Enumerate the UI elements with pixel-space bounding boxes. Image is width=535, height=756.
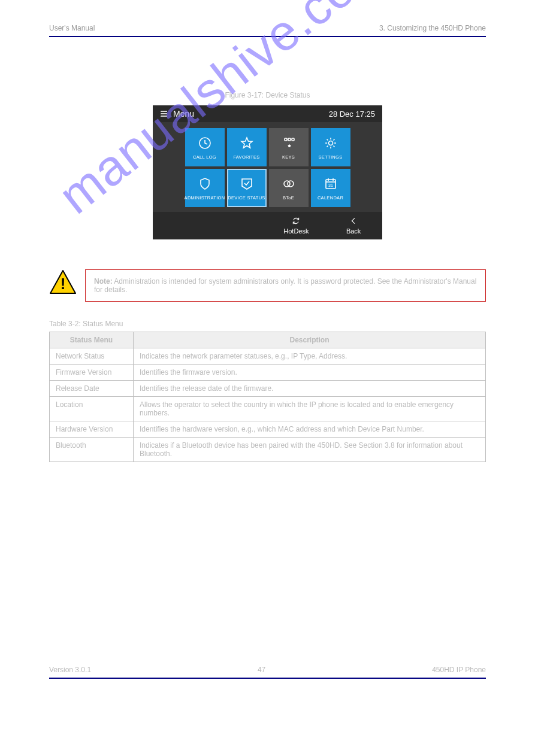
link-icon [282,176,296,192]
header-left: User's Manual [49,24,95,32]
svg-text:!: ! [61,275,66,293]
row-name: Release Date [50,381,134,397]
table-row: Network Status Indicates the network par… [50,348,486,365]
softkey-label: Back [346,227,361,235]
row-desc: Indicates if a Bluetooth device has been… [134,438,486,462]
row-name: Location [50,397,134,421]
chevron-left-icon [325,215,382,226]
row-name: Network Status [50,348,134,365]
warning-icon: ! [49,269,77,294]
tile-label: BToE [283,195,294,201]
tile-keys[interactable]: KEYS [269,128,309,166]
tile-settings[interactable]: SETTINGS [311,128,350,166]
softkey-blank [210,215,268,235]
tile-btoe[interactable]: BToE [269,169,309,207]
row-desc: Identifies the hardware version, e.g., w… [134,421,486,438]
device-datetime: 28 Dec 17:25 [329,110,375,119]
page-footer: Version 3.0.1 47 450HD IP Phone [49,666,486,674]
table-row: Location Allows the operator to select t… [50,397,486,421]
header-rule [49,36,486,37]
page-header: User's Manual 3. Customizing the 450HD P… [49,24,486,32]
table-row: Hardware Version Identifies the hardware… [50,421,486,438]
svg-marker-7 [241,138,252,148]
refresh-icon [268,215,325,226]
tile-favorites[interactable]: FAVORITES [227,128,267,166]
table-row: Release Date Identifies the release date… [50,381,486,397]
tile-label: KEYS [282,154,295,160]
device-screenshot: Menu 28 Dec 17:25 CALL LOG FAVORITES KEY… [153,105,382,239]
device-menu-label: Menu [173,109,194,119]
svg-point-12 [328,141,333,145]
row-desc: Identifies the firmware version. [134,365,486,381]
svg-text:31: 31 [328,183,333,187]
softkey-blank [153,215,210,235]
svg-rect-9 [288,138,291,141]
tile-label: CALENDAR [318,195,343,201]
note-text: Administration is intended for system ad… [94,277,476,294]
status-table: Status Menu Description Network Status I… [49,332,486,462]
col-header-desc: Description [134,332,486,348]
footer-center: 47 [258,666,265,674]
row-name: Firmware Version [50,365,134,381]
svg-point-14 [288,181,294,187]
shield-icon [198,176,212,192]
tile-label: CALL LOG [193,154,216,160]
svg-point-4 [160,113,161,114]
figure-caption: Figure 3-17: Device Status [0,91,535,99]
footer-rule [49,678,486,679]
tile-label: ADMINISTRATION [185,195,225,201]
tile-label: SETTINGS [319,154,343,160]
row-desc: Allows the operator to select the countr… [134,397,486,421]
tile-label: FAVORITES [233,154,259,160]
table-row: Firmware Version Identifies the firmware… [50,365,486,381]
tile-call-log[interactable]: CALL LOG [185,128,225,166]
tile-calendar[interactable]: 31 CALENDAR [311,169,350,207]
tile-grid: CALL LOG FAVORITES KEYS SETTINGS [153,122,382,212]
device-title-bar: Menu 28 Dec 17:25 [153,105,382,122]
softkey-bar: HotDesk Back [153,212,382,239]
note-box: Note: Administration is intended for sys… [85,269,486,302]
check-badge-icon [240,176,254,192]
menu-list-icon [160,110,168,118]
gear-icon [324,135,338,151]
svg-point-5 [160,116,161,116]
svg-point-11 [288,145,291,147]
tile-device-status[interactable]: DEVICE STATUS [227,169,267,207]
softkey-label: HotDesk [283,227,309,235]
row-name: Bluetooth [50,438,134,462]
star-icon [240,135,254,151]
tile-administration[interactable]: ADMINISTRATION [185,169,225,207]
row-desc: Identifies the release date of the firmw… [134,381,486,397]
table-row: Bluetooth Indicates if a Bluetooth devic… [50,438,486,462]
footer-left: Version 3.0.1 [49,666,91,674]
calendar-icon: 31 [324,176,338,192]
softkey-hotdesk[interactable]: HotDesk [268,215,325,235]
clock-icon [198,135,212,151]
row-desc: Indicates the network parameter statuses… [134,348,486,365]
svg-rect-10 [292,138,294,141]
row-name: Hardware Version [50,421,134,438]
svg-point-3 [160,111,161,111]
note-label: Note: [94,277,113,286]
softkey-back[interactable]: Back [325,215,382,235]
header-right: 3. Customizing the 450HD Phone [379,24,486,32]
footer-right: 450HD IP Phone [432,666,486,674]
table-caption: Table 3-2: Status Menu [49,320,486,328]
col-header-menu: Status Menu [50,332,134,348]
svg-rect-8 [285,138,287,141]
keys-icon [282,135,296,151]
tile-label: DEVICE STATUS [228,195,265,201]
